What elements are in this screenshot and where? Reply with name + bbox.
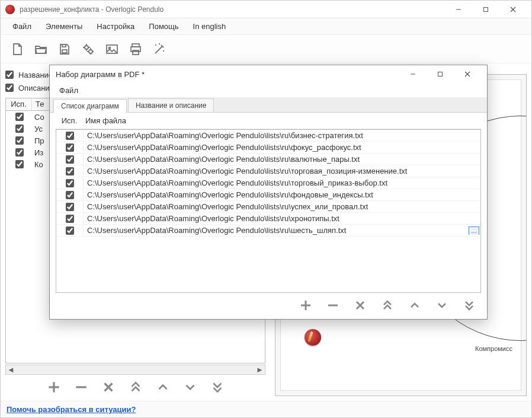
- file-checkbox[interactable]: [66, 143, 74, 152]
- tab-title-desc[interactable]: Название и описание: [128, 98, 214, 112]
- help-link[interactable]: Помочь разобраться в ситуации?: [7, 405, 136, 414]
- dialog-tabs: Список диаграмм Название и описание: [50, 97, 487, 113]
- open-file-icon[interactable]: [33, 41, 49, 58]
- row-checkbox[interactable]: [15, 136, 24, 145]
- menu-settings[interactable]: Настройка: [91, 20, 140, 33]
- title-checkbox[interactable]: [5, 71, 14, 79]
- close-button[interactable]: [499, 1, 527, 18]
- svg-rect-1: [484, 7, 488, 11]
- pdf-dialog: Набор диаграмм в PDF * Файл Список диагр…: [49, 65, 488, 320]
- move-top-icon[interactable]: [128, 379, 143, 397]
- row-checkbox[interactable]: [15, 160, 24, 168]
- dialog-col-filename: Имя файла: [83, 116, 481, 129]
- file-path: C:\Users\user\AppData\Roaming\Overlogic …: [84, 167, 480, 176]
- file-row[interactable]: C:\Users\user\AppData\Roaming\Overlogic …: [56, 225, 480, 237]
- menu-english[interactable]: In english: [187, 20, 232, 33]
- file-path: C:\Users\user\AppData\Roaming\Overlogic …: [84, 226, 480, 235]
- file-checkbox[interactable]: [66, 191, 74, 199]
- menu-elements[interactable]: Элементы: [40, 20, 88, 33]
- remove-icon[interactable]: [73, 379, 89, 397]
- file-path: C:\Users\user\AppData\Roaming\Overlogic …: [84, 131, 480, 140]
- menu-help[interactable]: Помощь: [143, 20, 184, 33]
- wizard-icon[interactable]: [151, 41, 168, 58]
- dialog-title: Набор диаграмм в PDF *: [56, 70, 399, 79]
- file-checkbox[interactable]: [66, 132, 74, 140]
- file-row[interactable]: C:\Users\user\AppData\Roaming\Overlogic …: [56, 201, 480, 213]
- file-checkbox[interactable]: [66, 203, 74, 211]
- move-down-icon[interactable]: [182, 379, 198, 397]
- file-row[interactable]: C:\Users\user\AppData\Roaming\Overlogic …: [56, 130, 480, 142]
- dlg-move-bottom-icon[interactable]: [462, 298, 476, 314]
- dialog-menubar: Файл: [50, 83, 487, 97]
- dialog-file-list[interactable]: C:\Users\user\AppData\Roaming\Overlogic …: [56, 129, 481, 293]
- file-row[interactable]: C:\Users\user\AppData\Roaming\Overlogic …: [56, 142, 480, 154]
- file-checkbox[interactable]: [66, 226, 74, 235]
- titlebar: разрешение_конфликта - Overlogic Pendulo: [1, 1, 531, 18]
- file-path: C:\Users\user\AppData\Roaming\Overlogic …: [84, 178, 480, 187]
- dlg-move-top-icon[interactable]: [380, 298, 395, 314]
- dialog-titlebar: Набор диаграмм в PDF *: [50, 65, 487, 83]
- file-path: C:\Users\user\AppData\Roaming\Overlogic …: [84, 202, 480, 211]
- scroll-left-icon[interactable]: ◄: [6, 365, 16, 374]
- file-checkbox[interactable]: [66, 179, 74, 187]
- dialog-col-use: Исп.: [56, 116, 83, 129]
- row-checkbox[interactable]: [15, 113, 24, 121]
- row-checkbox[interactable]: [15, 125, 24, 133]
- dialog-close-button[interactable]: [454, 65, 481, 83]
- dialog-maximize-button[interactable]: [427, 65, 454, 83]
- file-row[interactable]: C:\Users\user\AppData\Roaming\Overlogic …: [56, 177, 480, 189]
- footer: Помочь разобраться в ситуации?: [1, 401, 531, 417]
- svg-rect-19: [438, 72, 443, 76]
- save-icon[interactable]: [56, 41, 73, 58]
- dialog-menu-file[interactable]: Файл: [55, 85, 83, 96]
- delete-icon[interactable]: [101, 379, 116, 397]
- pendulum-icon: [305, 329, 321, 346]
- add-icon[interactable]: [46, 379, 62, 397]
- list-toolbar: [5, 375, 265, 401]
- dialog-table-header: Исп. Имя файла: [56, 116, 481, 129]
- settings-icon[interactable]: [80, 41, 97, 58]
- svg-point-6: [85, 46, 88, 49]
- new-file-icon[interactable]: [9, 41, 25, 58]
- file-row[interactable]: C:\Users\user\AppData\Roaming\Overlogic …: [56, 154, 480, 165]
- svg-rect-5: [62, 44, 66, 47]
- dlg-add-icon[interactable]: [299, 298, 313, 314]
- maximize-button[interactable]: [472, 1, 499, 18]
- toolbar: [1, 35, 531, 63]
- file-row[interactable]: C:\Users\user\AppData\Roaming\Overlogic …: [56, 189, 480, 201]
- menu-file[interactable]: Файл: [7, 20, 37, 33]
- tab-diagram-list[interactable]: Список диаграмм: [53, 99, 127, 113]
- col-use: Исп.: [6, 98, 32, 110]
- file-path: C:\Users\user\AppData\Roaming\Overlogic …: [84, 214, 480, 223]
- row-checkbox[interactable]: [15, 148, 24, 157]
- dlg-move-down-icon[interactable]: [435, 298, 449, 314]
- file-path: C:\Users\user\AppData\Roaming\Overlogic …: [84, 143, 480, 152]
- app-icon: [5, 5, 15, 14]
- move-bottom-icon[interactable]: [210, 379, 225, 397]
- dlg-remove-icon[interactable]: [326, 298, 340, 314]
- svg-rect-12: [133, 50, 139, 55]
- window-title: разрешение_конфликта - Overlogic Pendulo: [20, 5, 445, 14]
- file-checkbox[interactable]: [66, 167, 74, 176]
- file-checkbox[interactable]: [66, 215, 74, 223]
- file-checkbox[interactable]: [66, 155, 74, 164]
- print-icon[interactable]: [127, 41, 144, 58]
- dlg-delete-icon[interactable]: [353, 298, 367, 314]
- image-icon[interactable]: [104, 41, 120, 58]
- file-row[interactable]: C:\Users\user\AppData\Roaming\Overlogic …: [56, 165, 480, 177]
- scroll-right-icon[interactable]: ►: [255, 365, 265, 374]
- file-row[interactable]: C:\Users\user\AppData\Roaming\Overlogic …: [56, 213, 480, 225]
- desc-checkbox[interactable]: [5, 84, 14, 92]
- file-path: C:\Users\user\AppData\Roaming\Overlogic …: [84, 190, 480, 199]
- move-up-icon[interactable]: [155, 379, 171, 397]
- dialog-toolbar: [50, 293, 487, 319]
- browse-button[interactable]: …: [469, 226, 479, 235]
- file-path: C:\Users\user\AppData\Roaming\Overlogic …: [84, 155, 480, 164]
- dialog-minimize-button[interactable]: [399, 65, 427, 83]
- minimize-button[interactable]: [445, 1, 472, 18]
- menubar: Файл Элементы Настройка Помощь In englis…: [1, 18, 531, 35]
- arc-label: Компромисс: [475, 345, 512, 352]
- horizontal-scrollbar[interactable]: ◄ ►: [5, 365, 265, 375]
- dlg-move-up-icon[interactable]: [408, 298, 422, 314]
- svg-point-7: [89, 50, 92, 53]
